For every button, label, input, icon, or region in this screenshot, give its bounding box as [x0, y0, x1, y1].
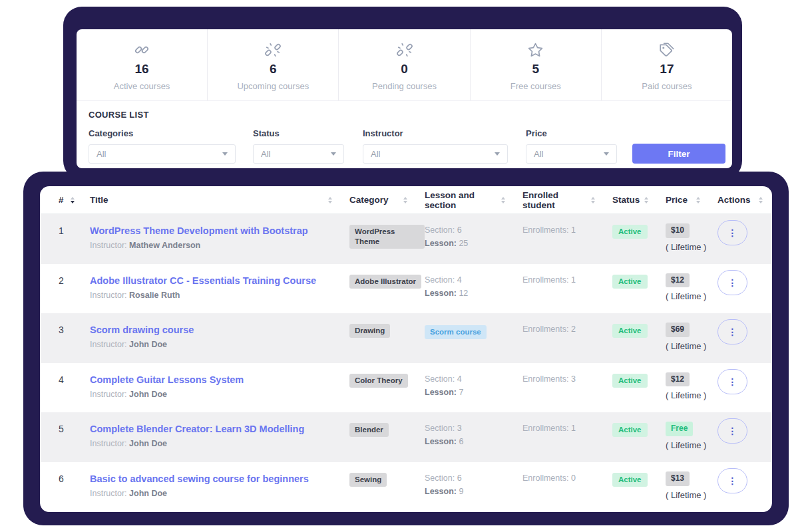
- lesson-section-cell: Section: 4 Lesson: 7: [425, 363, 522, 401]
- stat-paid-courses: 17 Paid courses: [602, 29, 732, 100]
- instructor-name: Rosalie Ruth: [129, 291, 180, 300]
- price-note: ( Lifetime ): [666, 490, 717, 500]
- title-cell: Scorm drawing course Instructor: John Do…: [90, 313, 349, 349]
- status-badge: Active: [612, 473, 648, 487]
- title-cell: Basic to advanced sewing course for begi…: [90, 462, 349, 498]
- row-actions-button[interactable]: ⋮: [717, 270, 747, 295]
- category-badge: Drawing: [349, 324, 390, 338]
- status-cell: Active: [612, 363, 666, 388]
- course-title-link[interactable]: Scorm drawing course: [90, 325, 194, 335]
- status-cell: Active: [612, 313, 666, 338]
- price-cell: Free ( Lifetime ): [666, 412, 717, 450]
- stat-active-courses: 16 Active courses: [77, 29, 208, 100]
- column-header-lesson-section[interactable]: Lesson and section: [425, 190, 522, 210]
- row-actions-button[interactable]: ⋮: [717, 220, 747, 245]
- category-cell: Sewing: [349, 462, 425, 487]
- kebab-menu-icon: ⋮: [728, 327, 737, 336]
- filter-button[interactable]: Filter: [632, 144, 725, 164]
- price-badge: $12: [666, 372, 690, 387]
- course-table-card: # Title Category Lesson and section Enro…: [40, 186, 772, 512]
- instructor-name: John Doe: [129, 439, 167, 448]
- stat-value: 17: [660, 62, 674, 76]
- category-cell: Adobe Illustrator: [349, 264, 425, 289]
- enrollment-count: 0: [571, 473, 576, 483]
- kebab-menu-icon: ⋮: [728, 377, 737, 386]
- instructor-line: Instructor: Rosalie Ruth: [90, 291, 349, 300]
- table-row: 3 Scorm drawing course Instructor: John …: [40, 313, 772, 363]
- sort-icon: [501, 197, 505, 203]
- selected-value: All: [261, 149, 270, 159]
- star-icon: [527, 41, 544, 59]
- lesson-count: 25: [459, 239, 468, 248]
- course-title-link[interactable]: Complete Blender Creator: Learn 3D Model…: [90, 424, 304, 434]
- link-icon: [133, 41, 150, 59]
- category-badge: Adobe Illustrator: [349, 275, 421, 289]
- status-badge: Active: [612, 324, 648, 338]
- stat-label: Pending courses: [372, 81, 437, 91]
- stat-label: Active courses: [114, 81, 170, 91]
- course-title-link[interactable]: Complete Guitar Lessons System: [90, 374, 244, 385]
- table-body: 1 WordPress Theme Development with Boots…: [40, 214, 772, 512]
- stat-label: Paid courses: [642, 81, 692, 91]
- table-row: 5 Complete Blender Creator: Learn 3D Mod…: [40, 412, 772, 462]
- price-badge: Free: [666, 422, 693, 436]
- column-header-enrolled-student[interactable]: Enrolled student: [522, 190, 612, 210]
- status-select[interactable]: All: [253, 144, 344, 164]
- stat-pending-courses: 0 Pending courses: [339, 29, 470, 100]
- column-header-status[interactable]: Status: [612, 195, 666, 205]
- sort-icon: [696, 197, 700, 203]
- instructor-line: Instructor: John Doe: [90, 489, 349, 498]
- stat-value: 5: [532, 62, 539, 76]
- price-filter: Price All: [526, 128, 617, 164]
- enrollments-cell: Enrollments: 3: [522, 363, 612, 384]
- stat-value: 6: [270, 62, 277, 76]
- selected-value: All: [534, 149, 543, 159]
- status-badge: Active: [612, 225, 648, 239]
- chevron-down-icon: [331, 152, 336, 156]
- enrollment-count: 3: [571, 374, 576, 384]
- category-cell: Drawing: [349, 313, 425, 338]
- instructor-line: Instructor: John Doe: [90, 439, 349, 448]
- column-header-title[interactable]: Title: [90, 195, 349, 205]
- enrollment-count: 1: [571, 275, 576, 285]
- price-select[interactable]: All: [526, 144, 617, 164]
- price-cell: $69 ( Lifetime ): [666, 313, 717, 351]
- category-cell: WordPress Theme: [349, 214, 425, 249]
- column-header-index[interactable]: #: [59, 195, 90, 205]
- chevron-down-icon: [222, 152, 228, 156]
- course-list-heading: COURSE LIST: [89, 110, 732, 120]
- instructor-line: Instructor: Mathew Anderson: [90, 241, 349, 250]
- section-count: 3: [457, 424, 462, 433]
- course-title-link[interactable]: WordPress Theme Development with Bootstr…: [90, 225, 308, 236]
- course-title-link[interactable]: Adobe Illustrator CC - Essentials Traini…: [90, 275, 316, 286]
- instructor-name: John Doe: [129, 390, 167, 399]
- stat-value: 0: [401, 62, 408, 76]
- instructor-name: Mathew Anderson: [129, 241, 200, 250]
- broken-link-icon: [396, 41, 413, 59]
- category-badge: Blender: [349, 423, 389, 437]
- row-actions-button[interactable]: ⋮: [717, 418, 747, 444]
- instructor-select[interactable]: All: [363, 144, 508, 164]
- filter-label: Categories: [89, 128, 236, 138]
- category-badge: Sewing: [349, 473, 387, 487]
- filter-label: Price: [526, 128, 617, 138]
- column-header-actions[interactable]: Actions: [717, 195, 772, 205]
- column-header-price[interactable]: Price: [666, 195, 717, 205]
- row-index: 6: [59, 462, 90, 484]
- categories-select[interactable]: All: [89, 144, 236, 164]
- row-actions-button[interactable]: ⋮: [717, 369, 747, 394]
- title-cell: WordPress Theme Development with Bootstr…: [90, 214, 349, 250]
- stat-value: 16: [135, 62, 149, 76]
- row-actions-button[interactable]: ⋮: [717, 319, 747, 344]
- table-row: 6 Basic to advanced sewing course for be…: [40, 462, 772, 512]
- price-cell: $12 ( Lifetime ): [666, 363, 717, 401]
- status-filter: Status All: [253, 128, 344, 164]
- title-cell: Complete Guitar Lessons System Instructo…: [90, 363, 349, 399]
- column-header-category[interactable]: Category: [349, 195, 425, 205]
- enrollment-count: 2: [571, 325, 576, 334]
- chevron-down-icon: [495, 152, 500, 156]
- course-title-link[interactable]: Basic to advanced sewing course for begi…: [90, 473, 309, 484]
- section-count: 4: [457, 275, 462, 285]
- row-actions-button[interactable]: ⋮: [717, 468, 747, 493]
- price-badge: $13: [666, 471, 690, 486]
